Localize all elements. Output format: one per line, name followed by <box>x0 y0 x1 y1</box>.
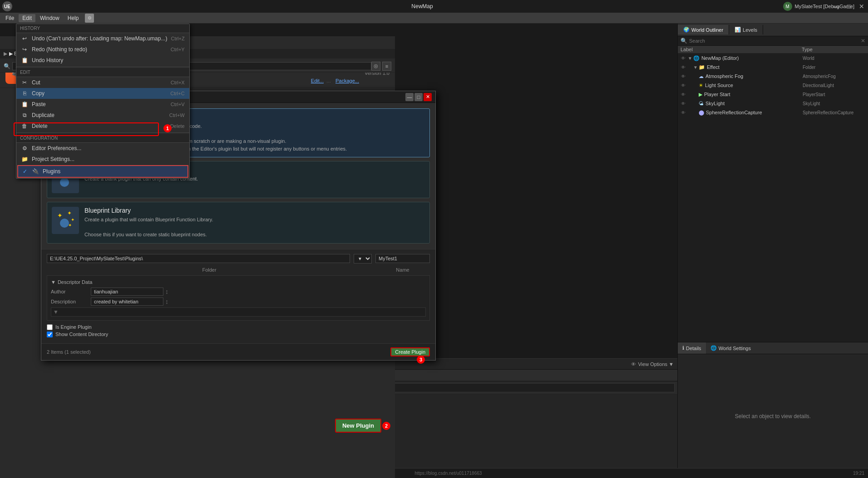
descriptor-title: ▼ Descriptor Data <box>51 279 426 285</box>
tree-item-skylight[interactable]: 👁 🌤 SkyLight SkyLight <box>678 99 868 108</box>
tree-item-sphere[interactable]: 👁 ⬤ SphereReflectionCapture SphereReflec… <box>678 108 868 117</box>
user-avatar: M <box>783 2 792 11</box>
divider-2 <box>16 132 189 133</box>
undo-icon: ↩ <box>21 35 28 42</box>
descriptor-title-label: Descriptor Data <box>58 279 92 285</box>
menu-window[interactable]: Window <box>36 14 63 22</box>
details-tabs: ℹ Details 🌐 World Settings <box>678 342 868 354</box>
items-label: 2 Items (1 selected) <box>47 349 91 355</box>
expand-icon-1: ▼ <box>693 65 698 70</box>
description-input[interactable] <box>91 298 163 306</box>
undo-history-label: Undo History <box>32 57 63 63</box>
tree-label-2: Atmospheric Fog <box>705 73 803 79</box>
tree-item-fog[interactable]: 👁 ☁ Atmospheric Fog AtmosphericFog <box>678 72 868 81</box>
edit-dropdown: History ↩ Undo (Can't undo after: Loadin… <box>16 24 190 179</box>
outliner-search-input[interactable] <box>689 38 861 44</box>
eye-icon-2[interactable]: 👁 <box>680 73 687 80</box>
svg-point-7 <box>60 219 69 228</box>
eye-icon-5[interactable]: 👁 <box>680 100 687 107</box>
plugins-item[interactable]: 🔌 Plugins <box>17 165 188 178</box>
eye-icon-0[interactable]: 👁 <box>680 54 687 62</box>
copy-item[interactable]: ⎘ Copy Ctrl+C <box>16 88 189 99</box>
world-outliner-panel: 🌍 World Outliner 📊 Levels 🔍 ✕ Label Type… <box>677 24 868 478</box>
tree-item-newmap[interactable]: 👁 ▼ 🌐 NewMap (Editor) World <box>678 54 868 63</box>
menu-help[interactable]: Help <box>64 14 83 22</box>
separator: ... <box>326 78 331 84</box>
show-content-checkbox[interactable] <box>47 332 53 337</box>
eye-icon-4[interactable]: 👁 <box>680 91 687 98</box>
dialog-maximize[interactable]: □ <box>414 93 423 101</box>
dialog-close[interactable]: ✕ <box>424 93 432 101</box>
form-labels: Folder Name <box>47 267 430 273</box>
folder-path-input[interactable] <box>47 254 350 263</box>
undo-shortcut: Ctrl+Z <box>171 36 184 41</box>
tree-type-5: SkyLight <box>803 101 866 106</box>
duplicate-label: Duplicate <box>32 112 54 118</box>
desc-arrow[interactable]: ↕ <box>165 298 168 305</box>
tree-label-6: SphereReflectionCapture <box>706 110 803 115</box>
tab-world-outliner[interactable]: 🌍 World Outliner <box>678 25 729 34</box>
paste-item[interactable]: 📋 Paste Ctrl+V <box>16 99 189 110</box>
undo-label: Undo (Can't undo after: Loading map: New… <box>32 35 167 42</box>
prefs-icon: ⚙ <box>21 145 28 152</box>
redo-item[interactable]: ↪ Redo (Nothing to redo) Ctrl+Y <box>16 44 189 55</box>
new-plugin-btn[interactable]: New Plugin <box>335 419 381 433</box>
plugin-search-btn-1[interactable]: ◎ <box>371 62 380 71</box>
engine-plugin-label: Is Engine Plugin <box>55 324 92 330</box>
author-label: Author <box>51 289 87 294</box>
cut-item[interactable]: ✂ Cut Ctrl+X <box>16 77 189 88</box>
undo-item[interactable]: ↩ Undo (Can't undo after: Loading map: N… <box>16 33 189 44</box>
undo-history-item[interactable]: 📋 Undo History <box>16 55 189 66</box>
tree-label-0: NewMap (Editor) <box>701 55 803 61</box>
engine-plugin-checkbox[interactable] <box>47 324 53 330</box>
author-arrow[interactable]: ↕ <box>165 288 168 295</box>
tree-item-light[interactable]: 👁 ☀ Light Source DirectionalLight <box>678 81 868 90</box>
path-row: ▼ <box>47 254 430 263</box>
create-plugin-btn[interactable]: Create Plugin <box>390 347 430 356</box>
project-settings-item[interactable]: 📁 Project Settings... <box>16 154 189 165</box>
editor-prefs-item[interactable]: ⚙ Editor Preferences... <box>16 143 189 154</box>
close-btn[interactable]: ✕ <box>855 0 868 13</box>
checkbox-section: Is Engine Plugin Show Content Directory <box>47 324 430 337</box>
project-icon: 📁 <box>21 156 28 163</box>
paste-label: Paste <box>32 101 46 107</box>
outliner-tabs: 🌍 World Outliner 📊 Levels <box>678 24 868 36</box>
tree-type-3: DirectionalLight <box>803 83 866 88</box>
menu-file[interactable]: File <box>2 14 18 22</box>
details-icon: ℹ <box>682 345 684 351</box>
duplicate-item[interactable]: ⧉ Duplicate Ctrl+W <box>16 110 189 121</box>
view-options-icon: 👁 <box>631 361 636 367</box>
tab-levels[interactable]: 📊 Levels <box>729 25 763 34</box>
template-blueprint-icon: ✦ ✦ ✦ ✦ <box>52 207 79 234</box>
delete-label: Delete <box>32 123 48 129</box>
paste-icon: 📋 <box>21 101 28 108</box>
plugin-edit-link[interactable]: Edit... <box>311 78 324 83</box>
duplicate-icon: ⧉ <box>21 112 28 119</box>
eye-icon-6[interactable]: 👁 <box>680 109 687 116</box>
tab-details[interactable]: ℹ Details <box>678 342 706 354</box>
outliner-search-clear[interactable]: ✕ <box>861 38 865 44</box>
delete-item[interactable]: 🗑 Delete Delete <box>16 121 189 132</box>
eye-icon-1[interactable]: 👁 <box>680 63 687 71</box>
template-blueprint[interactable]: ✦ ✦ ✦ ✦ Blueprint Library Create a plugi… <box>47 202 430 244</box>
tab-world-settings[interactable]: 🌐 World Settings <box>706 342 755 354</box>
author-input[interactable] <box>91 288 163 296</box>
menu-edit[interactable]: Edit <box>19 14 35 22</box>
dialog-minimize[interactable]: — <box>405 93 414 101</box>
tree-item-effect[interactable]: 👁 ▼ 📁 Effect Folder <box>678 63 868 72</box>
plugin-search-btn-2[interactable]: ≡ <box>382 62 391 71</box>
bottom-left-space: 2 Items (1 selected) <box>47 349 387 355</box>
type-col-header: Type <box>802 47 865 52</box>
path-dropdown[interactable]: ▼ <box>354 254 372 263</box>
tree-label-5: SkyLight <box>705 101 803 106</box>
eye-icon-3[interactable]: 👁 <box>680 82 687 89</box>
plugin-package-link[interactable]: Package... <box>335 78 359 83</box>
plugin-name-input[interactable] <box>375 254 430 263</box>
descriptor-scroll[interactable]: ▼ <box>51 307 426 317</box>
view-options-label[interactable]: View Options ▼ <box>638 361 674 367</box>
status-url: https://blog.csdn.net/u011718663 <box>414 471 482 476</box>
tree-item-playerstart[interactable]: 👁 ▶ Player Start PlayerStart <box>678 90 868 99</box>
svg-text:✦: ✦ <box>68 223 72 228</box>
svg-text:✦: ✦ <box>71 217 74 222</box>
divider-1 <box>16 67 189 67</box>
